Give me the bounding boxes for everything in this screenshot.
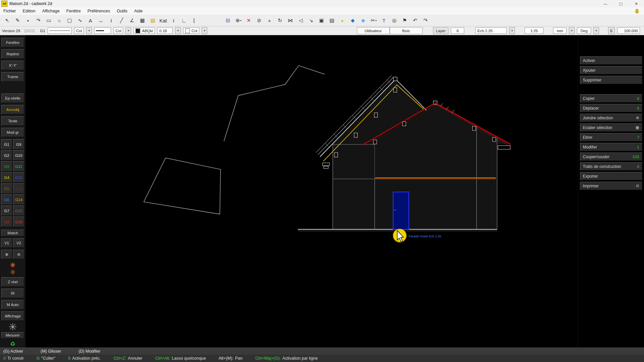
line-style-preview[interactable] bbox=[48, 27, 72, 34]
toolbar-icon[interactable]: Ι bbox=[107, 16, 116, 25]
layer-value[interactable]: 6 bbox=[451, 27, 464, 34]
toolbar-icon[interactable]: ▤ bbox=[148, 16, 158, 25]
sun-gear-icon[interactable] bbox=[8, 323, 17, 331]
pen-width-value[interactable]: 0.18 bbox=[157, 27, 173, 34]
toolbar-icon[interactable]: ✎ bbox=[13, 16, 22, 25]
menu-item[interactable]: Fichier bbox=[0, 7, 19, 15]
menu-item[interactable]: Outils bbox=[113, 7, 131, 15]
group-button[interactable]: G5 bbox=[1, 183, 12, 194]
refresh-recycle-icon[interactable]: ♻ bbox=[10, 341, 15, 348]
toolbar-icon[interactable]: Kat bbox=[159, 16, 168, 25]
shade-sphere-icon[interactable]: ◉ bbox=[10, 268, 15, 275]
redraw-sphere-icon[interactable]: ◉ bbox=[10, 261, 15, 268]
toolbar-icon[interactable]: ○ bbox=[55, 16, 64, 25]
toolbar-icon[interactable]: ✂▾ bbox=[369, 16, 378, 25]
group-button[interactable]: G7 bbox=[1, 205, 12, 216]
hatch-color-dropdown[interactable]: ▼ bbox=[125, 27, 131, 34]
sidebar-button[interactable]: Trame bbox=[1, 72, 24, 81]
scale-dropdown[interactable]: ▼ bbox=[509, 27, 515, 34]
sidebar-button[interactable]: Fenêtre bbox=[1, 38, 24, 47]
notification-bell-icon[interactable] bbox=[635, 9, 639, 14]
toolbar-icon[interactable]: ∠ bbox=[127, 16, 137, 25]
panel-button[interactable]: Etirer7 bbox=[580, 133, 642, 141]
toolbar-icon[interactable]: ▦ bbox=[138, 16, 147, 25]
toolbar-icon[interactable]: ⊟ bbox=[223, 16, 233, 25]
toolbar-icon[interactable]: ⊘ bbox=[255, 16, 264, 25]
sidebar-button[interactable]: Ep.réelle bbox=[1, 94, 24, 103]
group-button[interactable]: G14 bbox=[13, 194, 24, 205]
toolbar-icon[interactable]: ↷ bbox=[34, 16, 43, 25]
layer-label[interactable]: Layer bbox=[433, 27, 449, 34]
toolbar-icon[interactable]: T bbox=[379, 16, 389, 25]
group-button[interactable]: G8 bbox=[1, 217, 12, 227]
group-button[interactable]: G1 bbox=[1, 139, 12, 149]
hatch-style-preview[interactable] bbox=[94, 27, 111, 34]
minimize-button[interactable]: — bbox=[598, 0, 613, 7]
scale-value[interactable]: 1:25 bbox=[525, 27, 543, 34]
view-v1-button[interactable]: V1 bbox=[1, 238, 12, 248]
unit-dropdown[interactable]: ▼ bbox=[569, 27, 575, 34]
panel-button[interactable]: Imprimer⊟ bbox=[580, 182, 642, 190]
menu-item[interactable]: Préférences bbox=[84, 7, 113, 15]
toolbar-icon[interactable]: ⋈ bbox=[286, 16, 295, 25]
sidebar-button[interactable]: Accrobj bbox=[1, 105, 24, 114]
toolbar-icon[interactable]: ⚑ bbox=[400, 16, 410, 25]
view-v2-button[interactable]: V2 bbox=[13, 238, 24, 248]
toolbar-icon[interactable]: ◆ bbox=[359, 16, 368, 25]
material-button[interactable]: Bois bbox=[390, 27, 423, 34]
group-button[interactable]: G11 bbox=[13, 161, 24, 172]
toolbar-icon[interactable]: ◆ bbox=[348, 16, 358, 25]
menu-item[interactable]: Edition bbox=[19, 7, 39, 15]
group-button[interactable]: G15 bbox=[13, 205, 24, 216]
sidebar-button[interactable]: Texte bbox=[1, 116, 24, 126]
toolbar-icon[interactable]: ↖ bbox=[3, 16, 12, 25]
group-button[interactable]: G3 bbox=[1, 161, 12, 172]
measure-button[interactable]: Mesurer bbox=[1, 332, 24, 339]
toolbar-icon[interactable]: ∟ bbox=[179, 16, 189, 25]
group-button[interactable]: G13 bbox=[13, 183, 24, 194]
menu-item[interactable]: Fenêtre bbox=[63, 7, 84, 15]
e-value[interactable]: 100.000 bbox=[617, 27, 640, 34]
zoom-in-icon[interactable]: ⊕ bbox=[1, 250, 12, 259]
group-button[interactable]: G2 bbox=[1, 150, 12, 161]
panel-button[interactable]: Activer bbox=[580, 56, 642, 65]
group-button[interactable]: G12 bbox=[13, 172, 24, 183]
toolbar-icon[interactable]: I bbox=[169, 16, 178, 25]
scale-preset-button[interactable]: Ech.1:25 bbox=[475, 27, 507, 34]
panel-button[interactable]: Joindre sélection⊞ bbox=[580, 114, 642, 122]
toolbar-icon[interactable]: ▣ bbox=[317, 16, 326, 25]
group-button[interactable]: G9 bbox=[13, 139, 24, 149]
font-preview-box[interactable]: ABQkl bbox=[133, 27, 155, 34]
sidebar-button[interactable]: Repère bbox=[1, 49, 24, 59]
toolbar-icon[interactable]: ╱ bbox=[117, 16, 126, 25]
toolbar-icon[interactable]: ∿ bbox=[75, 16, 85, 25]
toolbar-icon[interactable]: ↔ bbox=[96, 16, 106, 25]
user-button[interactable]: Utilisateur bbox=[357, 27, 390, 34]
sidebar-button[interactable]: M Auto bbox=[1, 300, 24, 309]
toolbar-icon[interactable]: ⊕▾ bbox=[234, 16, 243, 25]
panel-button[interactable]: Ajouter bbox=[580, 66, 642, 74]
group-button[interactable]: G10 bbox=[13, 150, 24, 161]
toolbar-icon[interactable]: ▭ bbox=[44, 16, 54, 25]
sidebar-button[interactable]: Z réel bbox=[1, 277, 24, 287]
angle-unit-dropdown[interactable]: ▼ bbox=[593, 27, 599, 34]
group-button[interactable]: G6 bbox=[1, 194, 12, 205]
toolbar-icon[interactable]: ◁ bbox=[296, 16, 306, 25]
panel-button[interactable]: Copier6 bbox=[580, 94, 642, 103]
panel-button[interactable]: Déplacer5 bbox=[580, 104, 642, 112]
panel-button[interactable]: Exporter bbox=[580, 172, 642, 180]
toolbar-icon[interactable]: • bbox=[23, 16, 33, 25]
pen-width-dropdown[interactable]: ▼ bbox=[175, 27, 181, 34]
toolbar-icon[interactable]: + bbox=[265, 16, 274, 25]
panel-button[interactable]: Eclater sélection▦ bbox=[580, 123, 642, 132]
panel-button[interactable]: Traits de construction0 bbox=[580, 162, 642, 171]
sidebar-button[interactable]: Affichage bbox=[1, 311, 24, 321]
maximize-button[interactable]: ▢ bbox=[613, 0, 629, 7]
group-button[interactable]: G16 bbox=[13, 217, 24, 227]
toolbar-icon[interactable]: ▢ bbox=[65, 16, 74, 25]
toolbar-icon[interactable]: ⌊ bbox=[190, 16, 199, 25]
toolbar-icon[interactable]: ● bbox=[338, 16, 347, 25]
fill-color-box[interactable]: Col bbox=[183, 27, 199, 34]
sidebar-button[interactable]: X'-Y' bbox=[1, 61, 24, 70]
toolbar-icon[interactable]: ↷ bbox=[421, 16, 430, 25]
